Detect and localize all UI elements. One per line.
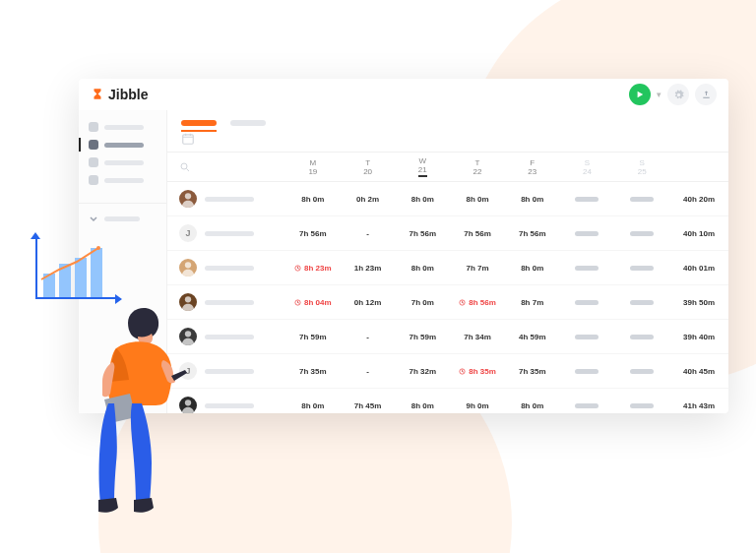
time-cell[interactable]: 8h 0m bbox=[450, 195, 505, 204]
tab-active[interactable] bbox=[181, 120, 217, 126]
person-illustration bbox=[69, 305, 207, 522]
time-cell[interactable]: 8h 0m bbox=[285, 401, 341, 410]
time-cell[interactable] bbox=[560, 231, 615, 236]
timesheet-row[interactable]: 8h 0m0h 2m8h 0m8h 0m8h 0m40h 20m bbox=[167, 182, 728, 216]
time-cell[interactable]: 8h 0m bbox=[395, 264, 450, 273]
svg-rect-0 bbox=[183, 135, 194, 144]
day-header[interactable]: S24 bbox=[560, 153, 615, 181]
time-cell[interactable] bbox=[614, 300, 669, 305]
name-placeholder bbox=[205, 300, 254, 305]
day-header[interactable]: W21 bbox=[395, 153, 450, 181]
time-cell[interactable]: 8h 0m bbox=[395, 195, 450, 204]
time-cell[interactable] bbox=[614, 231, 669, 236]
timesheet-row[interactable]: 8h 23m1h 23m8h 0m7h 7m8h 0m40h 01m bbox=[167, 251, 728, 285]
time-cell[interactable]: - bbox=[341, 229, 396, 238]
name-placeholder bbox=[205, 335, 254, 339]
time-cell[interactable]: 7h 0m bbox=[395, 298, 450, 307]
search-icon[interactable] bbox=[179, 161, 191, 173]
time-cell[interactable]: 8h 23m bbox=[285, 264, 341, 273]
time-cell[interactable]: 0h 2m bbox=[341, 195, 396, 204]
svg-point-5 bbox=[185, 296, 191, 302]
day-header[interactable]: S25 bbox=[614, 153, 669, 181]
time-cell[interactable]: 7h 45m bbox=[341, 401, 396, 410]
time-cell[interactable] bbox=[614, 335, 669, 339]
time-cell[interactable] bbox=[614, 197, 669, 202]
time-cell[interactable]: 7h 56m bbox=[395, 229, 450, 238]
hourglass-icon bbox=[91, 88, 104, 101]
avatar bbox=[179, 190, 197, 208]
search-cell bbox=[167, 153, 285, 181]
time-cell[interactable]: 1h 23m bbox=[341, 264, 396, 273]
time-cell[interactable]: 8h 35m bbox=[450, 367, 505, 376]
avatar: J bbox=[179, 224, 197, 242]
time-cell[interactable]: 8h 04m bbox=[285, 298, 341, 307]
time-cell[interactable]: 7h 32m bbox=[395, 367, 450, 376]
name-placeholder bbox=[205, 266, 254, 271]
time-cell[interactable] bbox=[614, 369, 669, 374]
day-header[interactable]: M19 bbox=[285, 153, 341, 181]
user-cell bbox=[167, 190, 285, 208]
svg-point-3 bbox=[185, 262, 191, 268]
time-cell[interactable]: 0h 12m bbox=[341, 298, 396, 307]
time-cell[interactable]: 8h 56m bbox=[450, 298, 505, 307]
export-icon bbox=[701, 90, 712, 100]
timesheet-header: M19T20W21T22F23S24S25 bbox=[167, 153, 728, 182]
brand-name: Jibble bbox=[108, 87, 148, 102]
sidebar-collapse[interactable] bbox=[79, 210, 166, 227]
settings-button[interactable] bbox=[667, 84, 689, 105]
clock-warn-icon bbox=[294, 299, 301, 306]
sidebar-item[interactable] bbox=[79, 171, 166, 189]
sidebar-item[interactable] bbox=[79, 118, 166, 136]
sidebar-item-active[interactable] bbox=[79, 136, 166, 154]
sidebar-item[interactable] bbox=[79, 154, 166, 171]
content: M19T20W21T22F23S24S25 8h 0m0h 2m8h 0m8h … bbox=[167, 110, 728, 413]
time-cell[interactable]: - bbox=[341, 333, 396, 341]
tab[interactable] bbox=[230, 120, 266, 126]
chevron-down-icon[interactable]: ▾ bbox=[657, 90, 662, 99]
toolbar bbox=[167, 126, 728, 153]
timesheet-row[interactable]: J7h 56m-7h 56m7h 56m7h 56m40h 10m bbox=[167, 216, 728, 251]
logo: Jibble bbox=[91, 87, 148, 102]
time-cell[interactable]: 7h 56m bbox=[285, 229, 341, 238]
time-cell[interactable]: 7h 35m bbox=[505, 367, 560, 376]
calendar-icon[interactable] bbox=[181, 132, 195, 146]
time-cell[interactable]: 8h 0m bbox=[505, 401, 560, 410]
time-cell[interactable]: 8h 0m bbox=[285, 195, 341, 204]
play-button[interactable] bbox=[629, 84, 651, 105]
tabs bbox=[167, 110, 728, 126]
svg-point-1 bbox=[181, 163, 187, 169]
timesheet-row[interactable]: 8h 04m0h 12m7h 0m8h 56m8h 7m39h 50m bbox=[167, 285, 728, 320]
day-header[interactable]: T22 bbox=[450, 153, 505, 181]
time-cell[interactable] bbox=[560, 300, 615, 305]
time-cell[interactable] bbox=[560, 403, 615, 408]
time-cell[interactable]: 8h 7m bbox=[505, 298, 560, 307]
time-cell[interactable]: 8h 0m bbox=[505, 264, 560, 273]
timesheet-row[interactable]: J7h 35m-7h 32m8h 35m7h 35m40h 45m bbox=[167, 354, 728, 389]
time-cell[interactable] bbox=[560, 335, 615, 339]
time-cell[interactable] bbox=[560, 197, 615, 202]
time-cell[interactable]: 8h 0m bbox=[505, 195, 560, 204]
time-cell[interactable] bbox=[560, 266, 615, 271]
time-cell[interactable]: 7h 35m bbox=[285, 367, 341, 376]
day-header[interactable]: F23 bbox=[505, 153, 560, 181]
time-cell[interactable]: - bbox=[341, 367, 396, 376]
time-cell[interactable]: 7h 59m bbox=[285, 333, 341, 341]
time-cell[interactable]: 7h 7m bbox=[450, 264, 505, 273]
time-cell[interactable]: 7h 56m bbox=[450, 229, 505, 238]
time-cell[interactable] bbox=[614, 266, 669, 271]
play-icon bbox=[636, 91, 644, 98]
time-cell[interactable]: 4h 59m bbox=[505, 333, 560, 341]
day-header[interactable]: T20 bbox=[341, 153, 396, 181]
timesheet-row[interactable]: 8h 0m7h 45m8h 0m9h 0m8h 0m41h 43m bbox=[167, 389, 728, 413]
time-cell[interactable]: 8h 0m bbox=[395, 401, 450, 410]
time-cell[interactable]: 7h 34m bbox=[450, 333, 505, 341]
time-cell[interactable] bbox=[614, 403, 669, 408]
export-button[interactable] bbox=[695, 84, 717, 105]
avatar bbox=[179, 259, 197, 276]
time-cell[interactable]: 9h 0m bbox=[450, 401, 505, 410]
time-cell[interactable] bbox=[560, 369, 615, 374]
timesheet-row[interactable]: 7h 59m-7h 59m7h 34m4h 59m39h 40m bbox=[167, 320, 728, 354]
time-cell[interactable]: 7h 56m bbox=[505, 229, 560, 238]
titlebar: Jibble ▾ bbox=[79, 79, 728, 110]
time-cell[interactable]: 7h 59m bbox=[395, 333, 450, 341]
